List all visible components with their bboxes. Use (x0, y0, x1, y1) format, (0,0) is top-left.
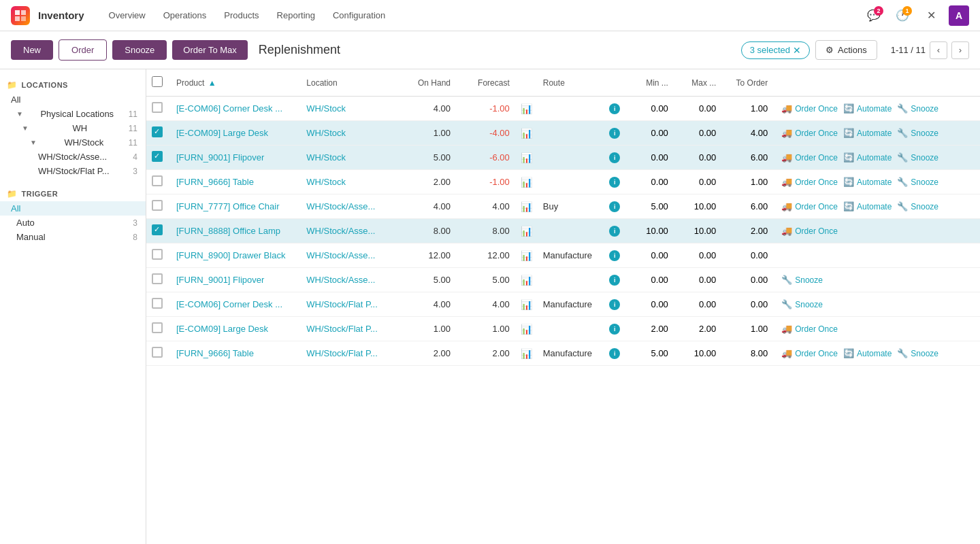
cell-max[interactable] (674, 292, 721, 317)
info-icon[interactable]: i (609, 348, 620, 359)
cell-toorder[interactable] (721, 146, 773, 170)
cell-product[interactable]: [FURN_7777] Office Chair (171, 194, 301, 219)
nav-products[interactable]: Products (216, 6, 267, 24)
cell-location[interactable]: WH/Stock/Flat P... (301, 317, 397, 341)
min-input[interactable] (636, 299, 668, 309)
chart-icon[interactable]: 📊 (521, 177, 532, 188)
clear-selection-icon[interactable]: ✕ (793, 45, 801, 56)
min-input[interactable] (636, 201, 668, 211)
cell-min[interactable] (625, 97, 673, 121)
cell-max[interactable] (674, 97, 721, 121)
sidebar-item-trigger-all[interactable]: All (0, 201, 146, 216)
cell-location[interactable]: WH/Stock/Asse... (301, 268, 397, 292)
product-link[interactable]: [E-COM09] Large Desk (176, 324, 268, 334)
cell-chart[interactable]: 📊 (515, 292, 538, 317)
cell-product[interactable]: [FURN_9001] Flipover (171, 268, 301, 292)
automate-button[interactable]: 🔄Automate (840, 347, 894, 360)
max-input[interactable] (683, 348, 716, 358)
cell-min[interactable] (625, 243, 673, 268)
cell-toorder[interactable] (721, 341, 773, 366)
cell-location[interactable]: WH/Stock (301, 146, 397, 170)
location-link[interactable]: WH/Stock/Asse... (306, 250, 375, 260)
header-toorder[interactable]: To Order (721, 69, 773, 97)
cell-location[interactable]: WH/Stock (301, 121, 397, 146)
app-logo[interactable] (11, 6, 30, 25)
product-link[interactable]: [FURN_9001] Flipover (176, 152, 264, 163)
locations-section-title[interactable]: 📁 LOCATIONS (0, 78, 146, 92)
max-input[interactable] (683, 177, 716, 187)
info-icon[interactable]: i (609, 128, 620, 139)
cell-min[interactable] (625, 170, 673, 194)
max-input[interactable] (683, 201, 716, 211)
close-icon-btn[interactable]: ✕ (920, 5, 942, 27)
cell-toorder[interactable] (721, 121, 773, 146)
snooze-row-button[interactable]: 🔧Snooze (894, 102, 941, 115)
snooze-row-button[interactable]: 🔧Snooze (894, 347, 941, 360)
cell-max[interactable] (674, 170, 721, 194)
location-link[interactable]: WH/Stock/Flat P... (306, 299, 378, 309)
cell-product[interactable]: [E-COM06] Corner Desk ... (171, 97, 301, 121)
snooze-row-button[interactable]: 🔧Snooze (894, 200, 941, 213)
max-input[interactable] (683, 299, 716, 309)
min-input[interactable] (636, 275, 668, 285)
automate-button[interactable]: 🔄Automate (840, 151, 894, 164)
info-icon[interactable]: i (609, 201, 620, 212)
header-location[interactable]: Location (301, 69, 397, 97)
cell-info[interactable]: i (604, 243, 625, 268)
header-forecast[interactable]: Forecast (456, 69, 515, 97)
chart-icon[interactable]: 📊 (521, 226, 532, 237)
automate-button[interactable]: 🔄Automate (840, 200, 894, 213)
cell-chart[interactable]: 📊 (515, 170, 538, 194)
product-link[interactable]: [FURN_7777] Office Chair (176, 201, 280, 211)
cell-location[interactable]: WH/Stock/Asse... (301, 194, 397, 219)
select-all-checkbox[interactable] (152, 76, 163, 87)
order-once-button[interactable]: 🚚Order Once (779, 322, 840, 335)
toorder-input[interactable] (735, 348, 768, 358)
min-input[interactable] (636, 348, 668, 358)
cell-min[interactable] (625, 268, 673, 292)
order-once-button[interactable]: 🚚Order Once (779, 102, 840, 115)
cell-checkbox[interactable] (146, 194, 171, 219)
cell-info[interactable]: i (604, 317, 625, 341)
chart-icon[interactable]: 📊 (521, 250, 532, 261)
snooze-row-button[interactable]: 🔧Snooze (894, 126, 941, 139)
toorder-input[interactable] (735, 226, 768, 236)
location-link[interactable]: WH/Stock/Flat P... (306, 348, 378, 358)
next-page-button[interactable]: › (951, 41, 969, 59)
cell-toorder[interactable] (721, 292, 773, 317)
nav-reporting[interactable]: Reporting (269, 6, 323, 24)
min-input[interactable] (636, 152, 668, 163)
row-checkbox[interactable] (152, 151, 163, 162)
cell-toorder[interactable] (721, 219, 773, 243)
product-link[interactable]: [E-COM06] Corner Desk ... (176, 103, 282, 114)
cell-location[interactable]: WH/Stock/Asse... (301, 243, 397, 268)
cell-product[interactable]: [FURN_8900] Drawer Black (171, 243, 301, 268)
toorder-input[interactable] (735, 299, 768, 309)
prev-page-button[interactable]: ‹ (930, 41, 947, 59)
chart-icon[interactable]: 📊 (521, 128, 532, 139)
cell-toorder[interactable] (721, 194, 773, 219)
cell-chart[interactable]: 📊 (515, 194, 538, 219)
max-input[interactable] (683, 226, 716, 236)
cell-max[interactable] (674, 194, 721, 219)
info-icon[interactable]: i (609, 250, 620, 261)
cell-checkbox[interactable] (146, 292, 171, 317)
cell-chart[interactable]: 📊 (515, 219, 538, 243)
info-icon[interactable]: i (609, 324, 620, 335)
product-link[interactable]: [E-COM06] Corner Desk ... (176, 299, 282, 309)
cell-info[interactable]: i (604, 97, 625, 121)
header-route[interactable]: Route (538, 69, 604, 97)
max-input[interactable] (683, 103, 716, 114)
snooze-row-button[interactable]: 🔧Snooze (894, 151, 941, 164)
cell-min[interactable] (625, 121, 673, 146)
trigger-section-title[interactable]: 📁 TRIGGER (0, 186, 146, 201)
cell-product[interactable]: [FURN_9666] Table (171, 341, 301, 366)
cell-product[interactable]: [E-COM09] Large Desk (171, 317, 301, 341)
cell-location[interactable]: WH/Stock (301, 170, 397, 194)
order-once-button[interactable]: 🚚Order Once (779, 126, 840, 139)
location-link[interactable]: WH/Stock/Flat P... (306, 324, 378, 334)
info-icon[interactable]: i (609, 226, 620, 237)
row-checkbox[interactable] (152, 102, 163, 113)
cell-checkbox[interactable] (146, 121, 171, 146)
cell-toorder[interactable] (721, 268, 773, 292)
